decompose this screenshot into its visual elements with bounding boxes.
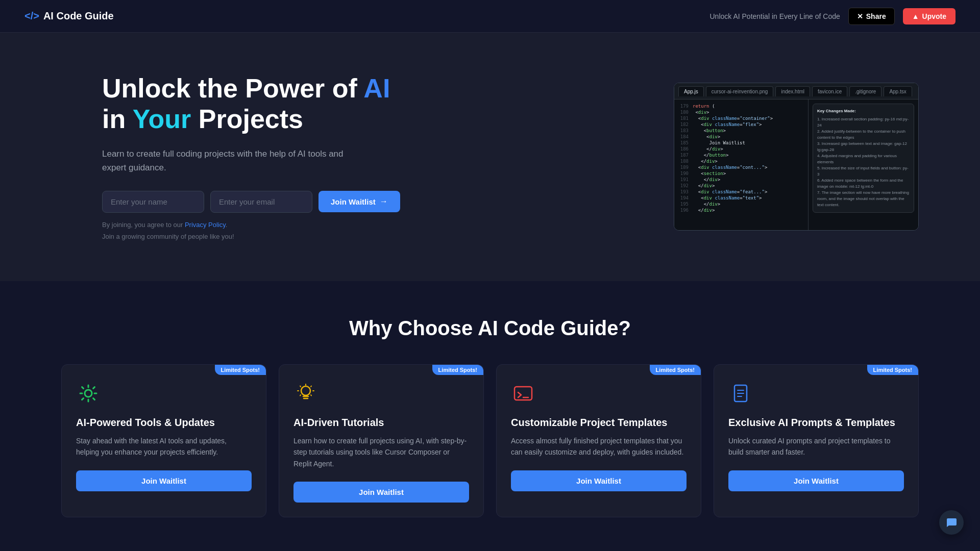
editor-right-pane: Key Changes Made: 1. Increased overall s… <box>808 99 918 230</box>
editor-tabs: App.js cursor-ai-reinvention.png index.h… <box>674 83 918 99</box>
navbar-tagline: Unlock AI Potential in Every Line of Cod… <box>710 12 840 20</box>
hero-title-projects: Projects <box>191 104 303 134</box>
email-input[interactable] <box>210 191 312 213</box>
svg-line-7 <box>300 395 301 396</box>
logo-text: AI Code Guide <box>43 10 114 22</box>
card-title-2: AI-Driven Tutorials <box>293 416 469 429</box>
tab-cursor[interactable]: cursor-ai-reinvention.png <box>706 86 774 96</box>
svg-line-4 <box>311 386 311 387</box>
card-waitlist-button-1[interactable]: Join Waitlist <box>76 470 252 491</box>
why-section: Why Choose AI Code Guide? Limited Spots!… <box>0 281 980 551</box>
hero-title: Unlock the Power of AI in Your Projects <box>102 73 400 135</box>
share-label: Share <box>866 12 886 20</box>
card-waitlist-button-3[interactable]: Join Waitlist <box>511 470 687 491</box>
badge-limited-spots-1: Limited Spots! <box>215 365 266 375</box>
privacy-suffix: . <box>226 221 228 229</box>
chat-icon <box>945 516 958 529</box>
hero-title-prefix: Unlock the Power of <box>102 73 363 103</box>
badge-limited-spots-4: Limited Spots! <box>867 365 918 375</box>
card-prompts: Limited Spots! Exclusive AI Prompts & Te… <box>714 364 919 517</box>
hero-title-your: Your <box>133 104 191 134</box>
cards-grid: Limited Spots! AI-Powered Tools & Update… <box>61 364 919 517</box>
tab-gitignore[interactable]: .gitignore <box>849 86 881 96</box>
card-title-1: AI-Powered Tools & Updates <box>76 416 252 429</box>
privacy-link[interactable]: Privacy Policy <box>185 221 226 229</box>
svg-point-1 <box>301 386 310 395</box>
tab-appjs[interactable]: App.js <box>678 86 704 96</box>
name-input[interactable] <box>102 191 204 213</box>
editor-left-pane: 179return ( 180 <div> 181 <div className… <box>674 99 808 230</box>
card-waitlist-button-2[interactable]: Join Waitlist <box>293 482 469 503</box>
tab-apptsx[interactable]: App.tsx <box>884 86 912 96</box>
ai-comment-box: Key Changes Made: 1. Increased overall s… <box>813 104 914 213</box>
tab-index[interactable]: index.html <box>775 86 810 96</box>
editor-bottom-panel: PROBLEMS OUTPUT DEBUG CONSOLE TERMINAL L… <box>674 230 918 231</box>
hero-subtitle: Learn to create full coding projects wit… <box>102 147 347 174</box>
tab-favicon[interactable]: favicon.ice <box>812 86 847 96</box>
card-desc-2: Learn how to create full projects using … <box>293 435 469 469</box>
bulb-icon <box>296 383 316 404</box>
upvote-button[interactable]: ▲ Upvote <box>903 8 955 24</box>
share-button[interactable]: ✕ Share <box>848 8 895 25</box>
editor-body: 179return ( 180 <div> 181 <div className… <box>674 99 918 230</box>
hero-privacy: By joining, you agree to our Privacy Pol… <box>102 221 400 229</box>
chat-bubble[interactable] <box>939 510 964 535</box>
hero-section: Unlock the Power of AI in Your Projects … <box>0 33 980 281</box>
svg-point-0 <box>85 390 92 397</box>
card-title-4: Exclusive AI Prompts & Templates <box>728 416 904 429</box>
navbar: </> AI Code Guide Unlock AI Potential in… <box>0 0 980 33</box>
card-icon-doc <box>728 381 753 406</box>
svg-line-8 <box>311 395 311 396</box>
card-templates: Limited Spots! Customizable Project Temp… <box>496 364 701 517</box>
card-desc-1: Stay ahead with the latest AI tools and … <box>76 435 252 458</box>
hero-community: Join a growing community of people like … <box>102 233 400 240</box>
terminal-icon <box>513 383 533 404</box>
badge-limited-spots-2: Limited Spots! <box>432 365 483 375</box>
badge-limited-spots-3: Limited Spots! <box>650 365 701 375</box>
arrow-icon: → <box>380 197 388 206</box>
upvote-icon: ▲ <box>912 12 919 20</box>
hero-form: Join Waitlist → <box>102 191 400 213</box>
why-title: Why Choose AI Code Guide? <box>61 317 919 340</box>
logo-bracket: </> <box>24 10 39 22</box>
hero-title-in: in <box>102 104 133 134</box>
gear-icon <box>78 383 99 404</box>
card-icon-bulb <box>293 381 318 406</box>
code-editor-mock: App.js cursor-ai-reinvention.png index.h… <box>674 83 918 230</box>
card-desc-4: Unlock curated AI prompts and project te… <box>728 435 904 458</box>
logo: </> AI Code Guide <box>24 10 114 22</box>
card-icon-gear <box>76 381 101 406</box>
navbar-right: Unlock AI Potential in Every Line of Cod… <box>710 8 956 25</box>
card-ai-tutorials: Limited Spots! AI-Driven Tutorials Learn… <box>279 364 484 517</box>
doc-icon <box>730 383 751 404</box>
x-icon: ✕ <box>857 12 863 20</box>
card-title-3: Customizable Project Templates <box>511 416 687 429</box>
privacy-prefix: By joining, you agree to our <box>102 221 185 229</box>
hero-left: Unlock the Power of AI in Your Projects … <box>102 73 400 240</box>
join-waitlist-button[interactable]: Join Waitlist → <box>318 191 400 212</box>
waitlist-label: Join Waitlist <box>331 197 376 206</box>
hero-title-ai: AI <box>363 73 390 103</box>
upvote-label: Upvote <box>922 12 946 20</box>
svg-line-3 <box>300 386 301 387</box>
card-desc-3: Access almost fully finished project tem… <box>511 435 687 458</box>
card-ai-tools: Limited Spots! AI-Powered Tools & Update… <box>61 364 266 517</box>
card-waitlist-button-4[interactable]: Join Waitlist <box>728 470 904 491</box>
code-editor-preview: App.js cursor-ai-reinvention.png index.h… <box>674 83 919 231</box>
card-icon-terminal <box>511 381 535 406</box>
